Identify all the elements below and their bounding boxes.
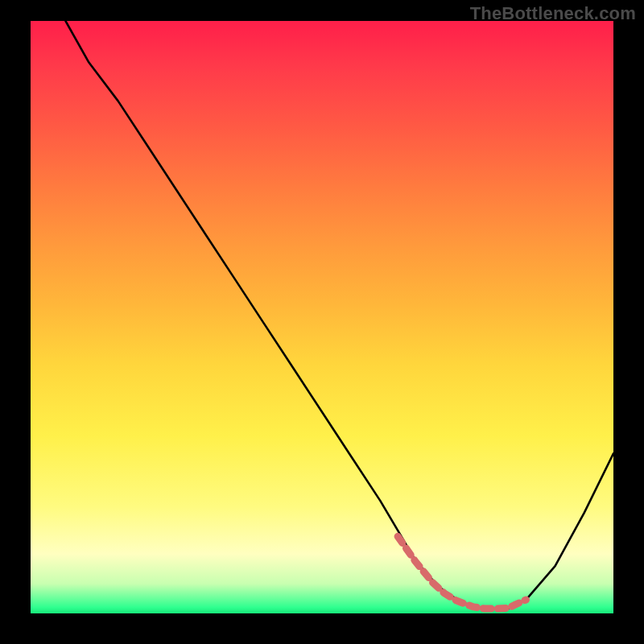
marker-band [398,536,526,609]
curve-line [65,21,613,609]
chart-svg [31,21,613,613]
plot-area [31,21,613,613]
watermark-text: TheBottleneck.com [470,3,636,24]
chart-frame: TheBottleneck.com [0,0,644,644]
